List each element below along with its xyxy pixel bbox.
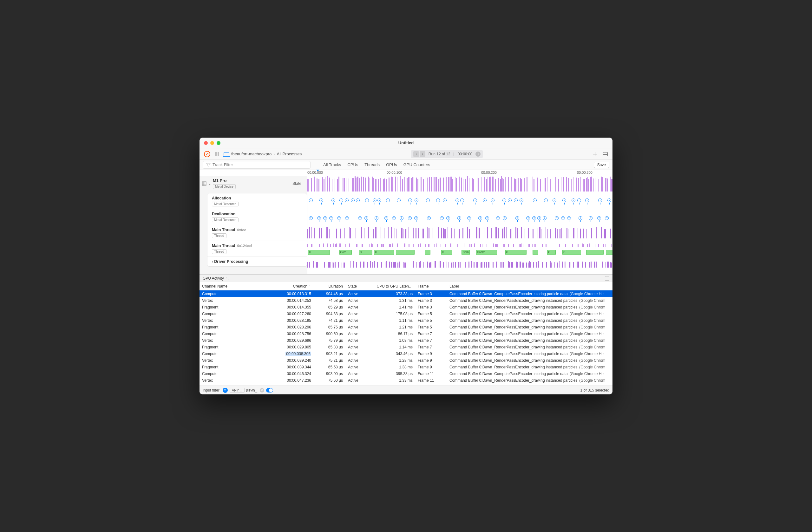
- table-row[interactable]: Compute00:00.027.260904.33 µsActive175.0…: [200, 310, 612, 317]
- tab-cpus[interactable]: CPUs: [347, 162, 358, 167]
- col-creation[interactable]: Creation⌃: [263, 284, 314, 289]
- grid-icon: [202, 181, 206, 186]
- tab-gpus[interactable]: GPUs: [386, 162, 397, 167]
- col-channel[interactable]: Channel Name: [200, 284, 263, 289]
- selection-count: 1 of 315 selected: [580, 388, 609, 393]
- run-next[interactable]: ›: [420, 151, 425, 157]
- track-filter-input[interactable]: [213, 162, 266, 167]
- track-driver-processing[interactable]: ›Driver Processing: [207, 257, 307, 266]
- detail-options-icon[interactable]: [605, 276, 609, 281]
- window-title: Untitled: [200, 141, 612, 145]
- detail-selector[interactable]: GPU Activity⌃⌄: [203, 276, 230, 281]
- run-text: Run 12 of 12: [429, 152, 450, 156]
- add-icon[interactable]: [592, 151, 598, 157]
- chevron-right-icon: ›: [273, 151, 275, 156]
- svg-rect-2: [202, 182, 206, 186]
- device-header[interactable]: ⌄ M1 Pro Metal Device State: [200, 176, 307, 191]
- save-button[interactable]: Save: [594, 162, 609, 168]
- footer: Input filter ≡ ANY ⌄ Dawn_ ✕ 1 of 315 se…: [200, 385, 612, 395]
- run-time: 00:00:00: [458, 152, 473, 156]
- track-main-thread[interactable]: Main Thread0xfceThread: [207, 225, 307, 241]
- device-pill: Metal Device: [213, 184, 236, 189]
- filter-bar: All TracksCPUsThreadsGPUsGPU Counters Sa…: [200, 160, 612, 170]
- col-duration[interactable]: Duration: [314, 284, 345, 289]
- table-row[interactable]: Compute00:00.013.315904.46 µsActive373.3…: [200, 291, 612, 297]
- col-latency[interactable]: CPU to GPU Laten…: [374, 284, 415, 289]
- timeline-lanes[interactable]: TTTTTTTTTTTTTTTTTTTTTTTTTTTTTTTTTTTTTTTT…: [307, 176, 612, 274]
- track-allocation[interactable]: AllocationMetal Resource: [207, 193, 307, 209]
- machine-name: fbeaufort-macbookpro: [231, 151, 272, 156]
- clear-filter-icon[interactable]: ✕: [260, 388, 264, 393]
- track-list: AllocationMetal ResourceDeallocationMeta…: [207, 193, 307, 267]
- input-filter-label: Input filter: [203, 388, 219, 393]
- table-body[interactable]: Compute00:00.013.315904.46 µsActive373.3…: [200, 291, 612, 385]
- info-icon[interactable]: i: [476, 151, 480, 157]
- pause-icon[interactable]: [215, 152, 219, 156]
- time-ruler[interactable]: 00:00.00000:00.10000:00.20000:00.300: [307, 170, 612, 176]
- funnel-icon: [206, 163, 211, 167]
- table-row[interactable]: Vertex00:00.047.23675.50 µsActive1.33 ms…: [200, 377, 612, 384]
- caret-down-icon: ⌄: [208, 182, 211, 186]
- app-window: Untitled fbeaufort-macbookpro › All Proc…: [200, 137, 612, 395]
- ruler-tick: 00:00.100: [387, 171, 402, 174]
- ruler-tick: 00:00.200: [481, 171, 497, 174]
- tab-threads[interactable]: Threads: [364, 162, 380, 167]
- table-row[interactable]: Vertex00:00.014.25374.58 µsActive1.31 ms…: [200, 297, 612, 304]
- col-state[interactable]: State: [345, 284, 374, 289]
- ruler-tick: 00:00.000: [307, 171, 323, 174]
- toolbar: fbeaufort-macbookpro › All Processes ‹ ›…: [200, 148, 612, 160]
- filter-mode[interactable]: ANY ⌄: [230, 388, 245, 393]
- col-frame[interactable]: Frame: [415, 284, 447, 289]
- table-row[interactable]: Fragment00:00.028.29665.75 µsActive1.21 …: [200, 324, 612, 330]
- device-name: M1 Pro: [213, 178, 236, 183]
- filter-chip-icon[interactable]: ≡: [223, 388, 228, 393]
- table-row[interactable]: Compute00:00.028.756900.50 µsActive86.17…: [200, 330, 612, 337]
- track-filter[interactable]: [203, 161, 310, 169]
- titlebar: Untitled: [200, 137, 612, 148]
- tab-all-tracks[interactable]: All Tracks: [323, 162, 341, 167]
- col-label[interactable]: Label: [447, 284, 612, 289]
- breadcrumb[interactable]: fbeaufort-macbookpro › All Processes: [223, 151, 302, 156]
- laptop-icon: [223, 152, 229, 156]
- track-tabs: All TracksCPUsThreadsGPUsGPU Counters: [323, 162, 430, 167]
- tab-gpu-counters[interactable]: GPU Counters: [404, 162, 431, 167]
- layout-icon[interactable]: [602, 151, 608, 157]
- scope-name: All Processes: [277, 151, 302, 156]
- svg-rect-0: [603, 152, 607, 156]
- filter-toggle[interactable]: [266, 388, 273, 393]
- detail-header: GPU Activity⌃⌄: [200, 275, 612, 282]
- track-deallocation[interactable]: DeallocationMetal Resource: [207, 209, 307, 225]
- filter-text[interactable]: Dawn_: [246, 388, 257, 393]
- table-row[interactable]: Compute00:00.046.324903.00 µsActive395.3…: [200, 370, 612, 377]
- table-row[interactable]: Compute00:00.038.306903.21 µsActive343.4…: [200, 350, 612, 357]
- record-icon[interactable]: [204, 151, 210, 157]
- track-main-thread[interactable]: Main Thread0x124eefThread: [207, 241, 307, 257]
- state-label: State: [289, 180, 304, 187]
- table-row[interactable]: Fragment00:00.014.35565.29 µsActive1.41 …: [200, 304, 612, 310]
- run-selector[interactable]: ‹ › Run 12 of 12 | 00:00:00 i: [411, 150, 483, 158]
- run-prev[interactable]: ‹: [413, 151, 419, 157]
- table-row[interactable]: Fragment00:00.039.34465.58 µsActive1.38 …: [200, 364, 612, 370]
- table-header: Channel Name Creation⌃ Duration State CP…: [200, 282, 612, 291]
- table-row[interactable]: Vertex00:00.029.69675.79 µsActive1.03 ms…: [200, 337, 612, 344]
- table-row[interactable]: Fragment00:00.029.80565.83 µsActive1.14 …: [200, 344, 612, 350]
- table-row[interactable]: Vertex00:00.039.24075.21 µsActive1.28 ms…: [200, 357, 612, 364]
- timeline: ⌄ M1 Pro Metal Device State AllocationMe…: [200, 176, 612, 275]
- ruler-tick: 00:00.300: [577, 171, 593, 174]
- track-sidebar: ⌄ M1 Pro Metal Device State AllocationMe…: [200, 176, 307, 274]
- table-row[interactable]: Vertex00:00.028.19574.21 µsActive1.11 ms…: [200, 317, 612, 324]
